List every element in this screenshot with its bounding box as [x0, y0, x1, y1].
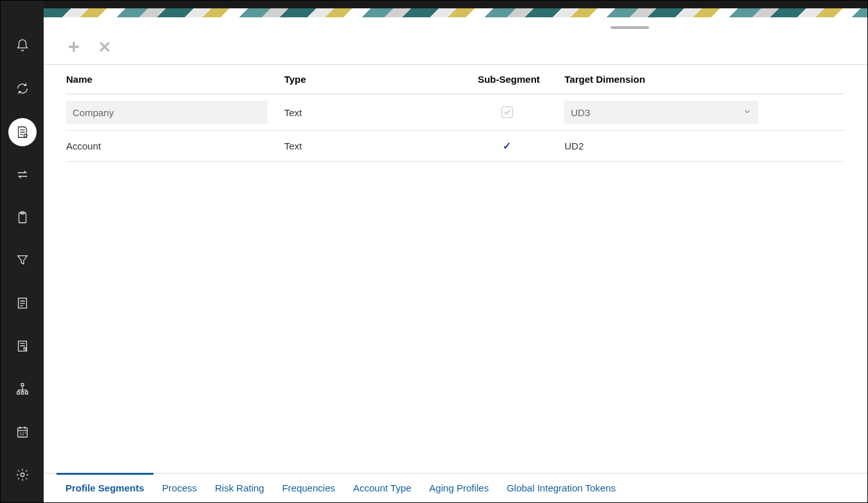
- svg-rect-6: [21, 384, 24, 386]
- tab-frequencies[interactable]: Frequencies: [273, 473, 344, 502]
- svg-point-11: [21, 473, 24, 477]
- sidebar-item-review[interactable]: [1, 325, 44, 368]
- svg-rect-10: [17, 428, 27, 438]
- report-config-icon: [8, 118, 37, 146]
- table-row[interactable]: Text UD3: [66, 94, 845, 131]
- name-input[interactable]: [66, 101, 268, 124]
- sidebar-item-hierarchy[interactable]: [1, 368, 44, 411]
- header-target-dimension[interactable]: Target Dimension: [564, 65, 845, 94]
- tab-risk-rating[interactable]: Risk Rating: [206, 473, 273, 502]
- header-sub-segment[interactable]: Sub-Segment: [471, 65, 565, 94]
- svg-rect-8: [21, 392, 24, 395]
- sidebar-item-notifications[interactable]: [1, 25, 44, 68]
- panel-drag-handle[interactable]: [611, 26, 649, 29]
- segments-table: Name Type Sub-Segment Target Dimension T…: [66, 65, 845, 162]
- segments-table-container: Name Type Sub-Segment Target Dimension T…: [44, 65, 867, 473]
- sub-segment-checkbox[interactable]: ✓: [501, 141, 513, 152]
- header-type[interactable]: Type: [284, 65, 471, 94]
- transfer-icon: [15, 167, 30, 183]
- svg-point-5: [23, 348, 26, 350]
- review-icon: [15, 339, 30, 355]
- decorative-banner: [44, 8, 867, 17]
- svg-rect-9: [25, 392, 28, 395]
- sidebar-item-report-config[interactable]: [1, 111, 44, 154]
- tab-profile-segments[interactable]: Profile Segments: [56, 473, 153, 502]
- tab-process[interactable]: Process: [153, 473, 206, 502]
- close-icon: [98, 40, 111, 55]
- target-dimension-cell: UD2: [564, 131, 845, 162]
- calendar-icon: [15, 425, 30, 441]
- chevron-down-icon: [743, 107, 752, 118]
- settings-icon: [15, 468, 30, 484]
- document-icon: [15, 296, 30, 312]
- delete-button[interactable]: [97, 40, 112, 55]
- refresh-icon: [15, 81, 30, 98]
- sidebar-item-transfer[interactable]: [1, 154, 44, 197]
- main-content: Name Type Sub-Segment Target Dimension T…: [44, 17, 867, 502]
- filter-icon: [15, 253, 30, 269]
- bottom-tabs: Profile Segments Process Risk Rating Fre…: [44, 473, 867, 502]
- header-name[interactable]: Name: [66, 65, 284, 94]
- table-row[interactable]: Account Text ✓ UD2: [66, 131, 845, 162]
- app-topbar: [1, 1, 867, 8]
- action-toolbar: [44, 17, 867, 65]
- tab-aging-profiles[interactable]: Aging Profiles: [421, 473, 498, 502]
- sidebar-nav: [1, 1, 44, 502]
- svg-rect-7: [17, 392, 19, 395]
- tab-account-type[interactable]: Account Type: [344, 473, 421, 502]
- sidebar-item-calendar[interactable]: [1, 411, 44, 454]
- tab-global-integration-tokens[interactable]: Global Integration Tokens: [498, 473, 625, 502]
- hierarchy-icon: [15, 382, 30, 398]
- select-value: UD3: [571, 107, 590, 118]
- sub-segment-checkbox[interactable]: [501, 107, 513, 118]
- sidebar-item-clipboard[interactable]: [1, 197, 44, 240]
- clipboard-icon: [15, 210, 30, 226]
- plus-icon: [67, 40, 80, 55]
- sidebar-item-refresh[interactable]: [1, 68, 44, 111]
- type-cell: Text: [284, 94, 471, 131]
- add-button[interactable]: [66, 40, 82, 55]
- bell-icon: [15, 38, 30, 55]
- sidebar-item-filter[interactable]: [1, 240, 44, 283]
- target-dimension-select[interactable]: UD3: [564, 101, 758, 124]
- name-cell: Account: [66, 131, 284, 162]
- sidebar-item-document[interactable]: [1, 282, 44, 325]
- check-icon: [503, 108, 511, 116]
- sidebar-item-settings[interactable]: [1, 454, 44, 497]
- type-cell: Text: [284, 131, 471, 162]
